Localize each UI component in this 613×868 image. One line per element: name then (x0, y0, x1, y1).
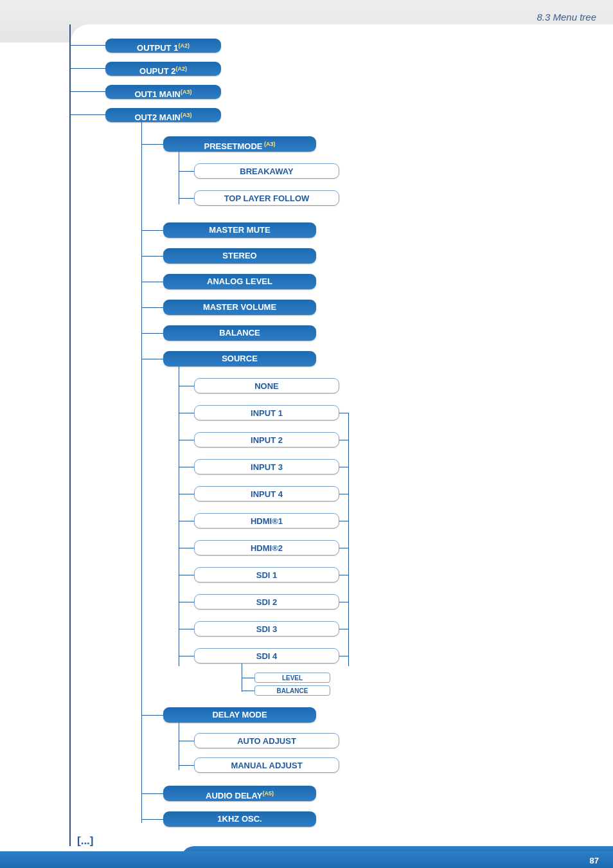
node-level: LEVEL (254, 673, 330, 683)
node-input3: INPUT 3 (194, 459, 339, 475)
node-audio-delay: AUDIO DELAY(A5) (163, 786, 316, 801)
node-manual-adjust: MANUAL ADJUST (194, 757, 339, 773)
node-out1main: OUT1 MAIN(A3) (105, 85, 221, 99)
tree-left-rail (69, 24, 71, 846)
node-hdmi1: HDMI®1 (194, 513, 339, 529)
page-number: 87 (590, 856, 599, 865)
node-balance: BALANCE (163, 325, 316, 341)
node-master-volume: MASTER VOLUME (163, 300, 316, 315)
node-output1: OUTPUT 1(A2) (105, 39, 221, 53)
node-input2: INPUT 2 (194, 432, 339, 448)
node-sdi4: SDI 4 (194, 648, 339, 664)
header-bar (0, 0, 613, 42)
node-analog-level: ANALOG LEVEL (163, 274, 316, 289)
node-none: NONE (194, 378, 339, 393)
continuation-marker: [...] (77, 835, 94, 847)
node-1khz-osc: 1KHZ OSC. (163, 811, 316, 827)
node-sdi2: SDI 2 (194, 594, 339, 610)
node-input4: INPUT 4 (194, 486, 339, 502)
node-presetmode: PRESETMODE (A3) (163, 136, 316, 152)
node-delay-mode: DELAY MODE (163, 707, 316, 723)
node-source: SOURCE (163, 351, 316, 366)
node-hdmi2: HDMI®2 (194, 540, 339, 556)
node-stereo: STEREO (163, 248, 316, 264)
node-auto-adjust: AUTO ADJUST (194, 733, 339, 748)
node-ouput2: OUPUT 2(A2) (105, 62, 221, 76)
node-top-layer-follow: TOP LAYER FOLLOW (194, 190, 339, 206)
node-sdi3: SDI 3 (194, 621, 339, 637)
node-input1: INPUT 1 (194, 405, 339, 420)
node-breakaway: BREAKAWAY (194, 163, 339, 179)
footer-bar (0, 851, 613, 868)
breadcrumb: 8.3 Menu tree (537, 12, 596, 23)
node-balance2: BALANCE (254, 685, 330, 696)
node-out2main: OUT2 MAIN(A3) (105, 108, 221, 122)
node-sdi1: SDI 1 (194, 567, 339, 583)
node-master-mute: MASTER MUTE (163, 222, 316, 238)
